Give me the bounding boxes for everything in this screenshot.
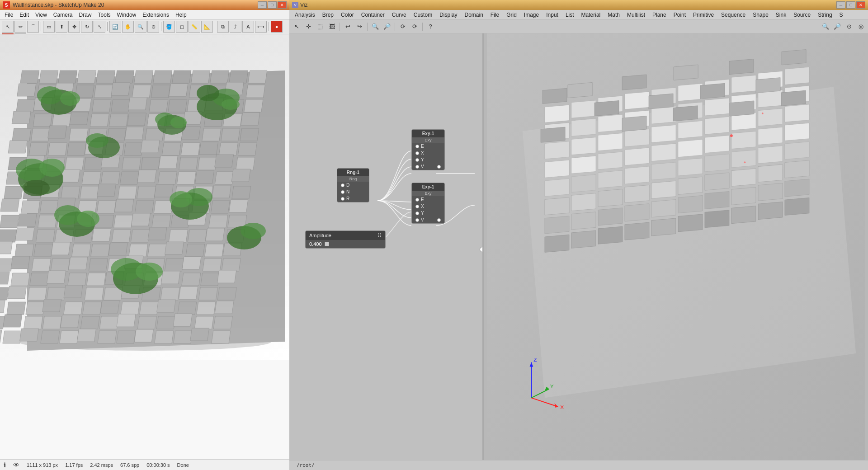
viz-menu-string[interactable]: String	[814, 11, 835, 19]
viz-tool-help[interactable]: ?	[425, 21, 436, 32]
tool-zoom[interactable]: 🔍	[135, 21, 146, 33]
viz-menu-brep[interactable]: Brep	[319, 11, 337, 19]
viz-tool-lasso[interactable]: ⬚	[315, 21, 326, 32]
rng-port-n-dot[interactable]	[341, 190, 344, 194]
menu-edit[interactable]: Edit	[17, 11, 32, 19]
tool-arc[interactable]: ⌒	[27, 21, 39, 33]
tool-follow[interactable]: ⤴	[230, 21, 241, 33]
viz-menu-input[interactable]: Input	[542, 11, 562, 19]
menu-camera[interactable]: Camera	[51, 11, 75, 19]
viz-tool-zoom-out[interactable]: 🔎	[382, 21, 392, 32]
viz-minimize-btn[interactable]: ─	[836, 1, 845, 9]
menu-view[interactable]: View	[33, 11, 50, 19]
viz-menu-source[interactable]: Source	[790, 11, 814, 19]
tool-dims[interactable]: ⟷	[255, 21, 267, 33]
exy2-port-x-dot[interactable]	[415, 205, 419, 208]
viz-menu-display[interactable]: Display	[436, 11, 461, 19]
exy1-port-v: V	[412, 163, 444, 170]
viz-tool-pointer[interactable]: ↖	[291, 21, 302, 32]
menu-file[interactable]: File	[2, 11, 16, 19]
menu-window[interactable]: Window	[114, 11, 139, 19]
viz-menu-shape[interactable]: Shape	[749, 11, 772, 19]
viz-tool-fit[interactable]: ⊙	[844, 21, 854, 32]
viz-menu-container[interactable]: Container	[358, 11, 388, 19]
viz-menu-math[interactable]: Math	[604, 11, 623, 19]
exy2-port-y-dot[interactable]	[415, 212, 419, 215]
menu-tools[interactable]: Tools	[95, 11, 113, 19]
tool-measure[interactable]: 📏	[189, 21, 200, 33]
tool-text[interactable]: A	[242, 21, 254, 33]
exy1-port-v-dot[interactable]	[415, 165, 419, 169]
viz-menu-multilist[interactable]: Multilist	[623, 11, 649, 19]
tool-select[interactable]: ↖	[2, 21, 14, 33]
viz-tool-crosshair[interactable]: ✛	[303, 21, 314, 32]
viz-tool-refresh[interactable]: ⟳	[397, 21, 408, 32]
viz-tool-zoom-out2[interactable]: 🔎	[832, 21, 843, 32]
viz-3d-preview[interactable]: Z X Y	[484, 33, 868, 460]
viz-tool-zoom-in[interactable]: 🔍	[370, 21, 381, 32]
tool-paint[interactable]: 🪣	[163, 21, 175, 33]
viz-menu-material[interactable]: Material	[578, 11, 604, 19]
viz-menu-sink[interactable]: Sink	[772, 11, 790, 19]
menu-help[interactable]: Help	[173, 11, 189, 19]
exy2-port-v-out[interactable]	[437, 218, 441, 222]
exy1-port-y-dot[interactable]	[415, 158, 419, 162]
tool-move[interactable]: ✥	[68, 21, 80, 33]
viz-menu-grid[interactable]: Grid	[503, 11, 520, 19]
viz-menu-list[interactable]: List	[562, 11, 578, 19]
sketchup-viewport[interactable]: // Generated dynamically in rendering pa…	[0, 34, 289, 459]
tool-rotate[interactable]: ↻	[81, 21, 93, 33]
menu-draw[interactable]: Draw	[76, 11, 94, 19]
exy1-node[interactable]: Exy-1 Exy E X Y V	[411, 129, 445, 170]
sketchup-minimize-btn[interactable]: ─	[258, 1, 267, 9]
tool-protractor[interactable]: 📐	[201, 21, 213, 33]
viz-maximize-btn[interactable]: □	[846, 1, 855, 9]
viz-tool-undo[interactable]: ↩	[342, 21, 353, 32]
viz-tool-refresh2[interactable]: ⟳	[409, 21, 420, 32]
menu-extensions[interactable]: Extensions	[140, 11, 172, 19]
viz-tool-zoom-in2[interactable]: 🔍	[820, 21, 831, 32]
viz-menu-sequence[interactable]: Sequence	[717, 11, 749, 19]
exy2-port-e-dot[interactable]	[415, 198, 419, 202]
tool-push-pull[interactable]: ⬆	[56, 21, 67, 33]
tool-orbit[interactable]: 🔄	[109, 21, 121, 33]
viz-tool-donut[interactable]: ◎	[855, 21, 866, 32]
rng-port-r-dot[interactable]	[341, 197, 344, 201]
sketchup-maximize-btn[interactable]: □	[268, 1, 277, 9]
amplitude-menu-icon[interactable]: ⠿	[377, 232, 382, 239]
tool-pan[interactable]: ✋	[122, 21, 134, 33]
rng-port-d-dot[interactable]	[341, 183, 344, 187]
tool-scale[interactable]: ⤡	[94, 21, 105, 33]
viz-menu-color[interactable]: Color	[337, 11, 358, 19]
viz-menu-s[interactable]: S	[836, 11, 847, 19]
node-editor[interactable]: Amplitude ⠿ 0.400 Rng-1 Rng D N	[289, 33, 484, 460]
exy1-port-v-out[interactable]	[437, 165, 441, 169]
tool-red-marker[interactable]: ●	[271, 21, 283, 33]
exy2-port-v-dot[interactable]	[415, 218, 419, 222]
exy2-node[interactable]: Exy-1 Exy E X Y V	[411, 183, 445, 224]
viz-menu-primitive[interactable]: Primitive	[689, 11, 717, 19]
tool-eraser[interactable]: ◻	[176, 21, 188, 33]
viz-menu-point[interactable]: Point	[670, 11, 689, 19]
exy1-port-x-dot[interactable]	[415, 151, 419, 155]
viz-tool-screenshot[interactable]: 🖼	[326, 21, 337, 32]
exy1-port-e-dot[interactable]	[415, 145, 419, 148]
viz-close-btn[interactable]: ✕	[856, 1, 865, 9]
viz-tool-redo[interactable]: ↪	[354, 21, 365, 32]
viz-menu-domain[interactable]: Domain	[461, 11, 486, 19]
amplitude-node[interactable]: Amplitude ⠿ 0.400	[305, 230, 386, 249]
viz-menu-plane[interactable]: Plane	[649, 11, 670, 19]
viz-menu-curve[interactable]: Curve	[388, 11, 410, 19]
rng-node[interactable]: Rng-1 Rng D N R	[337, 168, 369, 202]
tool-offset[interactable]: ⧉	[217, 21, 229, 33]
viz-menu-image[interactable]: Image	[520, 11, 542, 19]
svg-rect-357	[651, 200, 676, 217]
tool-zoom-all[interactable]: ⊙	[147, 21, 159, 33]
sketchup-close-btn[interactable]: ✕	[278, 1, 287, 9]
amplitude-slider[interactable]	[325, 242, 329, 246]
viz-menu-analysis[interactable]: Analysis	[291, 11, 319, 19]
viz-menu-file[interactable]: File	[487, 11, 503, 19]
tool-pencil[interactable]: ✏	[14, 21, 26, 33]
viz-menu-custom[interactable]: Custom	[410, 11, 436, 19]
tool-rect[interactable]: ▭	[43, 21, 55, 33]
